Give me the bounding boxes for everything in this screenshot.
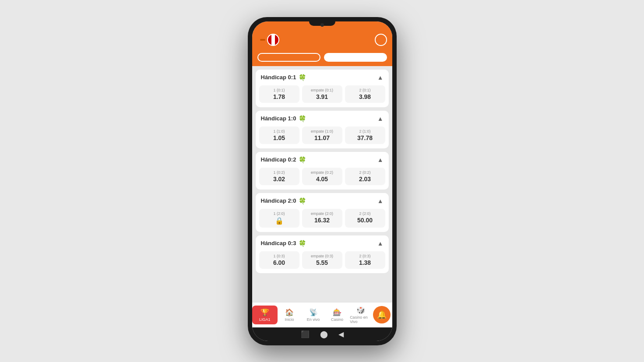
casino-nav-icon: 🎰	[333, 308, 341, 316]
odds-btn-2-1[interactable]: empate (0:2)4.05	[302, 168, 342, 185]
logo-area	[260, 34, 279, 46]
odds-label-4-2: 2 (0:3)	[359, 254, 370, 258]
handicap-chevron-3[interactable]: ▲	[377, 197, 384, 204]
handicap-chevron-2[interactable]: ▲	[377, 156, 384, 163]
bottom-nav: 🏆 LIGA1 🏠 Inicio 📡 En vivo 🎰 Casino 🎲 Ca…	[252, 302, 392, 327]
handicap-header-0: Hándicap 0:1🍀▲	[256, 70, 389, 85]
handicap-title-text-1: Hándicap 1:0	[261, 115, 296, 122]
home-bar: ⬛ ⬤ ◀	[252, 327, 392, 341]
odds-value-2-0: 3.02	[273, 176, 285, 183]
casino-envivo-nav-label: Casino en Vivo	[350, 315, 372, 324]
odds-btn-2-2[interactable]: 2 (0:2)2.03	[345, 168, 385, 185]
odds-grid-2: 1 (0:2)3.02empate (0:2)4.052 (0:2)2.03	[256, 168, 389, 190]
odds-value-0-2: 3.98	[359, 93, 371, 100]
handicap-green-icon-2: 🍀	[299, 156, 306, 163]
odds-label-4-1: empate (0:3)	[311, 254, 333, 258]
iniciar-sesion-button[interactable]	[257, 53, 320, 62]
handicap-section-4: Hándicap 0:3🍀▲1 (0:3)6.00empate (0:3)5.5…	[256, 235, 389, 273]
main-content: Hándicap 0:1🍀▲1 (0:1)1.78empate (0:1)3.9…	[252, 66, 392, 302]
odds-label-1-1: empate (1:0)	[311, 129, 333, 134]
notification-fab[interactable]: 🔔	[373, 306, 391, 323]
odds-label-1-0: 1 (1:0)	[273, 129, 285, 134]
handicap-header-3: Hándicap 2:0🍀▲	[256, 193, 389, 209]
odds-grid-3: 1 (2:0)🔒empate (2:0)16.322 (2:0)50.00	[256, 209, 389, 232]
handicap-title-text-0: Hándicap 0:1	[261, 74, 296, 81]
handicap-green-icon-1: 🍀	[299, 115, 306, 122]
handicap-chevron-1[interactable]: ▲	[377, 115, 384, 122]
handicap-title-3: Hándicap 2:0🍀	[261, 197, 306, 204]
odds-btn-0-2[interactable]: 2 (0:1)3.98	[345, 85, 385, 103]
odds-value-1-0: 1.05	[273, 134, 285, 141]
odds-value-0-1: 3.91	[316, 93, 328, 100]
odds-label-3-2: 2 (2:0)	[359, 211, 370, 216]
square-button[interactable]: ⬛	[301, 330, 310, 338]
handicap-green-icon-4: 🍀	[299, 240, 306, 247]
handicap-green-icon-3: 🍀	[299, 197, 306, 204]
nav-casino-envivo[interactable]: 🎲 Casino en Vivo	[349, 304, 373, 326]
home-button[interactable]: ⬤	[320, 330, 328, 338]
odds-btn-3-1[interactable]: empate (2:0)16.32	[302, 209, 342, 228]
pen-button[interactable]	[375, 34, 387, 46]
odds-label-0-1: empate (0:1)	[311, 88, 333, 92]
odds-btn-0-1[interactable]: empate (0:1)3.91	[302, 85, 342, 103]
inicio-nav-label: Inicio	[285, 317, 294, 322]
odds-btn-3-0[interactable]: 1 (2:0)🔒	[259, 209, 299, 228]
logo-text	[260, 39, 265, 41]
registrar-button[interactable]	[324, 53, 387, 62]
handicap-section-1: Hándicap 1:0🍀▲1 (1:0)1.05empate (1:0)11.…	[256, 111, 389, 148]
envivo-nav-icon: 📡	[309, 308, 318, 316]
odds-label-4-0: 1 (0:3)	[273, 254, 285, 258]
odds-btn-4-1[interactable]: empate (0:3)5.55	[302, 251, 342, 269]
odds-label-2-1: empate (0:2)	[311, 170, 333, 175]
handicap-section-2: Hándicap 0:2🍀▲1 (0:2)3.02empate (0:2)4.0…	[256, 152, 389, 190]
odds-value-1-2: 37.78	[357, 134, 373, 141]
handicap-title-text-4: Hándicap 0:3	[261, 240, 296, 246]
odds-btn-2-0[interactable]: 1 (0:2)3.02	[259, 168, 299, 185]
auth-buttons-area	[252, 50, 392, 66]
odds-label-2-2: 2 (0:2)	[359, 170, 370, 175]
inicio-nav-icon: 🏠	[285, 308, 294, 316]
nav-casino[interactable]: 🎰 Casino	[325, 306, 349, 323]
odds-btn-4-0[interactable]: 1 (0:3)6.00	[259, 251, 299, 269]
odds-btn-3-2[interactable]: 2 (2:0)50.00	[345, 209, 385, 228]
nav-liga1[interactable]: 🏆 LIGA1	[252, 306, 278, 324]
peru-flag	[267, 34, 279, 46]
phone-device: Hándicap 0:1🍀▲1 (0:1)1.78empate (0:1)3.9…	[248, 17, 397, 345]
odds-btn-0-0[interactable]: 1 (0:1)1.78	[259, 85, 299, 103]
handicap-header-4: Hándicap 0:3🍀▲	[256, 235, 389, 251]
handicap-section-3: Hándicap 2:0🍀▲1 (2:0)🔒empate (2:0)16.322…	[256, 193, 389, 232]
odds-value-4-1: 5.55	[316, 259, 328, 266]
odds-label-1-2: 2 (1:0)	[359, 129, 370, 134]
liga1-nav-icon: 🏆	[260, 308, 269, 316]
odds-btn-1-2[interactable]: 2 (1:0)37.78	[345, 127, 385, 144]
liga1-nav-label: LIGA1	[259, 317, 271, 322]
handicap-section-0: Hándicap 0:1🍀▲1 (0:1)1.78empate (0:1)3.9…	[256, 70, 389, 107]
odds-label-0-2: 2 (0:1)	[359, 88, 370, 92]
handicap-chevron-0[interactable]: ▲	[377, 74, 384, 81]
nav-envivo[interactable]: 📡 En vivo	[301, 306, 325, 323]
handicap-title-4: Hándicap 0:3🍀	[261, 240, 306, 247]
handicap-chevron-4[interactable]: ▲	[377, 240, 384, 247]
odds-btn-1-0[interactable]: 1 (1:0)1.05	[259, 127, 299, 144]
odds-value-2-1: 4.05	[316, 176, 328, 183]
odds-value-0-0: 1.78	[273, 93, 285, 100]
odds-btn-1-1[interactable]: empate (1:0)11.07	[302, 127, 342, 144]
phone-screen: Hándicap 0:1🍀▲1 (0:1)1.78empate (0:1)3.9…	[252, 21, 392, 341]
odds-grid-0: 1 (0:1)1.78empate (0:1)3.912 (0:1)3.98	[256, 85, 389, 107]
handicap-green-icon-0: 🍀	[299, 74, 306, 81]
nav-inicio[interactable]: 🏠 Inicio	[278, 306, 301, 323]
handicap-header-2: Hándicap 0:2🍀▲	[256, 152, 389, 168]
odds-value-3-1: 16.32	[314, 217, 330, 224]
odds-btn-4-2[interactable]: 2 (0:3)1.38	[345, 251, 385, 269]
odds-value-4-2: 1.38	[359, 259, 371, 266]
handicap-header-1: Hándicap 1:0🍀▲	[256, 111, 389, 127]
odds-value-3-2: 50.00	[357, 217, 373, 224]
odds-label-3-1: empate (2:0)	[311, 211, 333, 216]
odds-label-3-0: 1 (2:0)	[273, 211, 285, 216]
odds-value-3-0: 🔒	[275, 217, 284, 225]
back-button[interactable]: ◀	[338, 330, 344, 338]
handicap-title-text-3: Hándicap 2:0	[261, 197, 296, 204]
casino-envivo-nav-icon: 🎲	[356, 306, 365, 314]
camera-dot	[320, 23, 324, 27]
handicap-title-1: Hándicap 1:0🍀	[261, 115, 306, 122]
